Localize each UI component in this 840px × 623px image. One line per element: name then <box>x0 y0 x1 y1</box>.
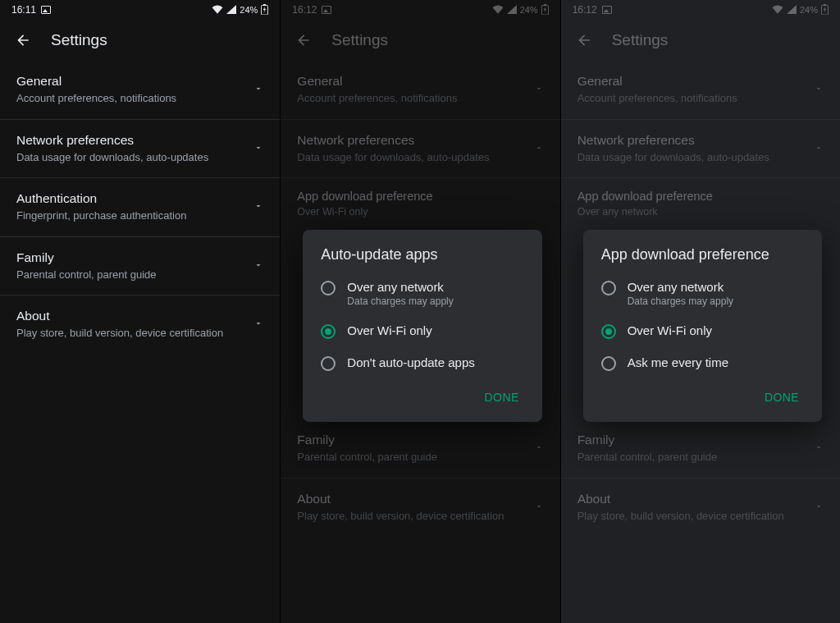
radio-option-any-network[interactable]: Over any network Data charges may apply <box>303 272 541 315</box>
wifi-icon <box>212 5 223 16</box>
radio-option-wifi-only[interactable]: Over Wi-Fi only <box>303 315 541 347</box>
done-button[interactable]: DONE <box>756 384 807 410</box>
settings-subitem-app-download-pref[interactable]: App download preference Over Wi-Fi only <box>281 178 559 231</box>
radio-icon-selected <box>321 324 336 339</box>
settings-item-authentication[interactable]: Authentication Fingerprint, purchase aut… <box>0 178 280 237</box>
settings-subitem-app-download-pref[interactable]: App download preference Over any network <box>561 178 840 231</box>
chevron-down-icon <box>253 259 263 273</box>
chevron-down-icon <box>253 141 263 156</box>
settings-item-family[interactable]: Family Parental control, parent guide <box>281 419 559 479</box>
settings-item-general[interactable]: General Account preferences, notificatio… <box>561 61 840 120</box>
settings-item-about[interactable]: About Play store, build version, device … <box>281 479 559 537</box>
battery-percentage: 24% <box>240 5 258 15</box>
chevron-up-icon <box>534 141 544 156</box>
chevron-up-icon <box>814 141 824 156</box>
screen-settings-root: 16:11 24% Settings General Account prefe… <box>0 0 280 623</box>
svg-rect-3 <box>544 4 546 6</box>
status-bar: 16:11 24% <box>0 0 280 20</box>
dialog-auto-update: Auto-update apps Over any network Data c… <box>303 230 541 422</box>
chevron-down-icon <box>253 317 263 332</box>
settings-item-network[interactable]: Network preferences Data usage for downl… <box>281 120 559 179</box>
app-bar: Settings <box>561 20 840 61</box>
dialog-app-download-pref: App download preference Over any network… <box>583 230 822 422</box>
battery-percentage: 24% <box>800 5 818 15</box>
battery-charging-icon <box>261 4 268 16</box>
wifi-icon <box>492 5 504 16</box>
settings-item-family[interactable]: Family Parental control, parent guide <box>0 237 280 296</box>
page-title: Settings <box>331 31 388 49</box>
picture-icon <box>322 6 331 14</box>
picture-icon <box>602 6 612 14</box>
settings-item-general[interactable]: General Account preferences, notificatio… <box>281 61 559 120</box>
battery-percentage: 24% <box>520 5 538 15</box>
done-button[interactable]: DONE <box>477 384 527 410</box>
battery-charging-icon <box>821 4 829 16</box>
page-title: Settings <box>612 31 669 49</box>
screen-auto-update-dialog: 16:12 24% Settings General Account prefe… <box>280 0 559 623</box>
dialog-title: Auto-update apps <box>303 246 541 272</box>
clock: 16:11 <box>11 4 36 16</box>
chevron-down-icon <box>814 82 824 97</box>
radio-option-wifi-only[interactable]: Over Wi-Fi only <box>583 315 822 347</box>
chevron-down-icon <box>534 82 544 97</box>
chevron-down-icon <box>814 441 824 456</box>
radio-icon <box>601 281 616 295</box>
settings-item-family[interactable]: Family Parental control, parent guide <box>561 419 840 479</box>
radio-option-any-network[interactable]: Over any network Data charges may apply <box>583 272 822 315</box>
svg-rect-1 <box>263 4 266 6</box>
settings-list: General Account preferences, notificatio… <box>0 61 280 354</box>
chevron-down-icon <box>253 199 263 214</box>
page-title: Settings <box>51 31 107 49</box>
signal-icon <box>787 5 797 16</box>
battery-charging-icon <box>541 4 549 16</box>
radio-icon-selected <box>601 324 616 339</box>
settings-item-network[interactable]: Network preferences Data usage for downl… <box>561 120 840 179</box>
back-icon[interactable] <box>576 32 592 48</box>
settings-item-general[interactable]: General Account preferences, notificatio… <box>0 61 280 120</box>
picture-icon <box>41 6 51 14</box>
chevron-down-icon <box>814 500 824 515</box>
back-icon[interactable] <box>295 32 312 48</box>
radio-option-dont-update[interactable]: Don't auto-update apps <box>303 347 541 379</box>
settings-item-about[interactable]: About Play store, build version, device … <box>561 479 840 537</box>
app-bar: Settings <box>281 20 559 61</box>
radio-icon <box>601 356 616 371</box>
svg-rect-5 <box>824 4 826 6</box>
screen-download-pref-dialog: 16:12 24% Settings General Account prefe… <box>560 0 840 623</box>
signal-icon <box>226 5 236 16</box>
settings-item-network[interactable]: Network preferences Data usage for downl… <box>0 120 280 179</box>
dialog-title: App download preference <box>583 246 822 272</box>
chevron-down-icon <box>534 441 544 456</box>
status-bar: 16:12 24% <box>281 0 559 20</box>
clock: 16:12 <box>573 4 597 16</box>
radio-icon <box>321 356 336 371</box>
clock: 16:12 <box>292 4 317 16</box>
settings-item-about[interactable]: About Play store, build version, device … <box>0 295 280 354</box>
chevron-down-icon <box>534 500 544 515</box>
radio-icon <box>321 281 336 295</box>
radio-option-ask-every-time[interactable]: Ask me every time <box>583 347 822 379</box>
wifi-icon <box>772 5 783 16</box>
status-bar: 16:12 24% <box>561 0 840 20</box>
back-icon[interactable] <box>15 32 31 48</box>
chevron-down-icon <box>253 82 263 97</box>
signal-icon <box>507 5 517 16</box>
app-bar: Settings <box>0 20 280 61</box>
